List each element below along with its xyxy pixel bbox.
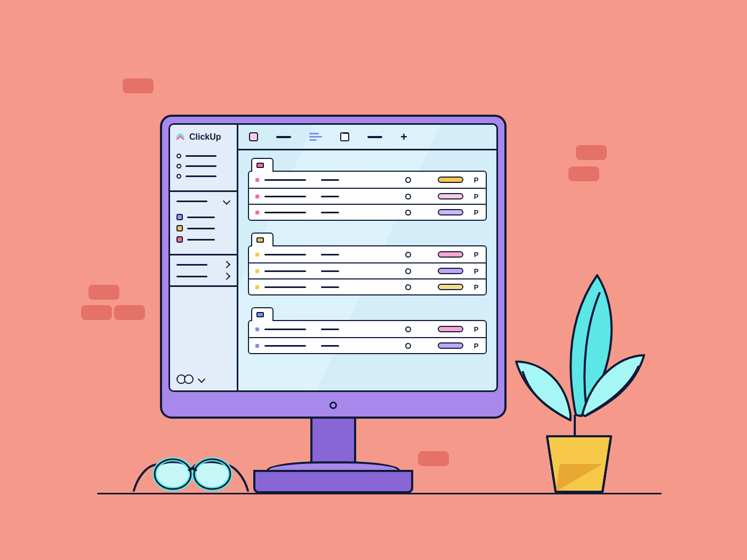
sidebar-nav-item[interactable] — [176, 154, 230, 158]
assignee-placeholder-icon[interactable] — [405, 343, 411, 349]
task-row[interactable]: P — [249, 172, 486, 188]
task-row[interactable]: P — [249, 321, 486, 337]
sidebar-folder-item[interactable] — [176, 274, 230, 279]
task-row[interactable]: P — [249, 278, 486, 294]
add-view-button[interactable]: + — [400, 131, 407, 143]
member-avatars[interactable] — [176, 374, 205, 384]
view-tab-board[interactable] — [340, 132, 349, 141]
priority-flag[interactable]: P — [473, 267, 479, 275]
space-color-icon — [176, 214, 183, 220]
brick-decoration — [123, 78, 154, 93]
assignee-placeholder-icon[interactable] — [405, 268, 411, 274]
tag-pill[interactable] — [438, 326, 463, 332]
brick-decoration — [568, 166, 599, 181]
priority-flag[interactable]: P — [473, 176, 479, 184]
task-row[interactable]: P — [249, 246, 486, 262]
priority-flag[interactable]: P — [473, 325, 479, 333]
assignee-placeholder-icon[interactable] — [405, 194, 411, 199]
board-icon — [340, 132, 349, 141]
list-view-icon — [249, 132, 258, 141]
app-name: ClickUp — [189, 132, 221, 142]
space-color-icon — [176, 236, 183, 243]
app-logo[interactable]: ClickUp — [170, 125, 237, 146]
app-window: ClickUp — [168, 123, 498, 392]
assignee-placeholder-icon[interactable] — [405, 284, 411, 290]
monitor-stand — [253, 470, 413, 493]
chevron-down-icon — [198, 375, 205, 383]
task-group: PPP — [248, 158, 487, 221]
monitor: ClickUp — [160, 115, 507, 493]
tag-pill[interactable] — [438, 209, 463, 215]
radio-icon — [176, 174, 181, 179]
radio-icon — [176, 164, 181, 169]
assignee-placeholder-icon[interactable] — [405, 252, 411, 258]
radio-icon — [176, 154, 181, 158]
group-status-tab[interactable] — [251, 158, 274, 172]
status-color-chip — [256, 312, 264, 317]
task-status-bullet — [255, 285, 259, 289]
task-row[interactable]: P — [249, 188, 486, 204]
view-tabs: + — [238, 125, 496, 150]
assignee-placeholder-icon[interactable] — [405, 177, 411, 183]
task-title-placeholder — [321, 179, 339, 181]
task-title-placeholder — [264, 270, 306, 272]
group-status-tab[interactable] — [251, 233, 274, 246]
task-title-placeholder — [264, 254, 306, 255]
tag-pill[interactable] — [438, 193, 463, 199]
task-rows: PPP — [248, 171, 487, 221]
sidebar-nav-item[interactable] — [176, 164, 230, 169]
task-row[interactable]: P — [249, 262, 486, 278]
tag-pill[interactable] — [438, 251, 463, 258]
sidebar-nav-item[interactable] — [176, 174, 230, 179]
tag-pill[interactable] — [438, 177, 463, 183]
sidebar: ClickUp — [170, 125, 238, 390]
task-list-content: PPPPPPPP — [238, 150, 496, 390]
task-title-placeholder — [321, 329, 339, 330]
view-tab[interactable] — [276, 136, 291, 138]
tag-pill[interactable] — [438, 268, 463, 274]
task-status-bullet — [255, 253, 259, 257]
assignee-placeholder-icon[interactable] — [405, 210, 411, 215]
task-title-placeholder — [321, 286, 339, 288]
task-status-bullet — [255, 195, 259, 198]
task-group: PP — [248, 307, 487, 354]
brick-decoration — [576, 145, 607, 160]
sidebar-space-item[interactable] — [176, 225, 230, 231]
priority-flag[interactable]: P — [473, 193, 479, 201]
priority-flag[interactable]: P — [473, 342, 479, 350]
brick-decoration — [81, 305, 112, 320]
status-color-chip — [256, 163, 264, 168]
task-title-placeholder — [264, 179, 306, 181]
task-status-bullet — [255, 178, 259, 182]
sidebar-space-item[interactable] — [176, 214, 230, 220]
task-status-bullet — [255, 211, 259, 214]
sidebar-section-header[interactable] — [176, 198, 230, 204]
priority-flag[interactable]: P — [473, 283, 479, 291]
task-title-placeholder — [321, 345, 339, 347]
view-tab-gantt[interactable] — [309, 133, 322, 141]
task-row[interactable]: P — [249, 204, 486, 220]
assignee-placeholder-icon[interactable] — [405, 326, 411, 332]
priority-flag[interactable]: P — [473, 209, 479, 217]
gantt-icon — [309, 133, 322, 141]
plus-icon: + — [400, 131, 407, 143]
view-tab[interactable] — [367, 136, 382, 138]
tag-pill[interactable] — [438, 342, 463, 349]
glasses-decoration — [132, 445, 250, 494]
task-rows: PPP — [248, 245, 487, 295]
task-title-placeholder — [264, 196, 306, 197]
monitor-stand — [267, 461, 400, 472]
avatar — [184, 374, 194, 384]
sidebar-space-item[interactable] — [176, 236, 230, 243]
task-group: PPP — [248, 233, 487, 295]
sidebar-folder-item[interactable] — [176, 262, 230, 267]
priority-flag[interactable]: P — [473, 251, 479, 259]
monitor-stand — [310, 419, 356, 463]
group-status-tab[interactable] — [251, 307, 274, 321]
chevron-right-icon — [223, 261, 230, 268]
monitor-power-button — [330, 402, 337, 409]
tag-pill[interactable] — [438, 284, 463, 290]
view-tab-list[interactable] — [249, 132, 258, 141]
task-row[interactable]: P — [249, 337, 486, 353]
chevron-right-icon — [223, 273, 230, 280]
